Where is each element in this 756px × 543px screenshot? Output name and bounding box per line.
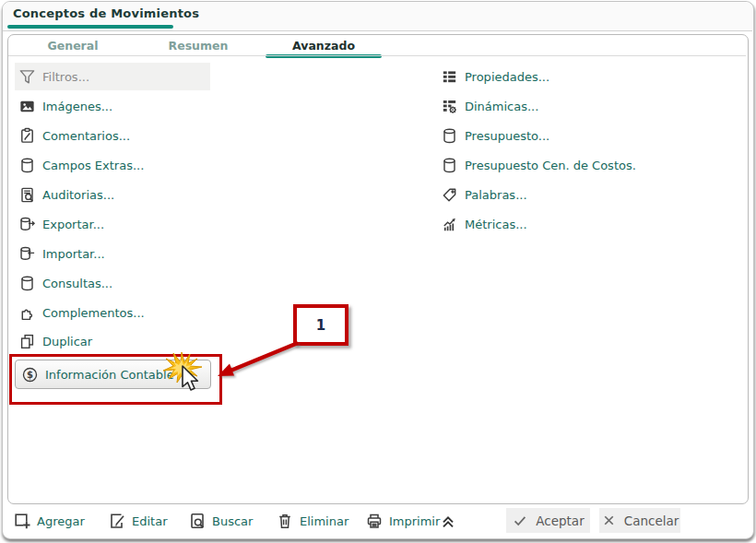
- database-icon: [18, 157, 36, 174]
- toolbar-label: Eliminar: [300, 514, 348, 528]
- toolbar-buscar[interactable]: Buscar: [188, 509, 253, 533]
- tab-avanzado[interactable]: Avanzado: [261, 36, 386, 56]
- menu-item-label: Comentarios...: [42, 129, 130, 143]
- menu-item-label: Dinámicas...: [465, 100, 538, 113]
- menu-item-label: Imágenes...: [42, 100, 112, 113]
- menu-item-dinamicas[interactable]: Dinámicas...: [441, 92, 538, 120]
- menu-item-label: Información Contable: [45, 368, 174, 382]
- tag-icon: [441, 186, 458, 204]
- content-panel: [7, 34, 749, 504]
- toolbar-editar[interactable]: Editar: [108, 509, 168, 533]
- menu-item-filtros[interactable]: Filtros...: [15, 63, 210, 90]
- toolbar-label: Agregar: [37, 514, 85, 528]
- menu-item-label: Presupuesto...: [465, 129, 549, 143]
- menu-item-exportar[interactable]: Exportar...: [18, 210, 104, 238]
- toolbar-label: Buscar: [212, 514, 253, 528]
- grid-icon: [441, 68, 458, 86]
- toolbar-imprimir[interactable]: Imprimir: [365, 509, 440, 533]
- funnel-icon: [18, 68, 36, 86]
- database-icon: [441, 127, 458, 145]
- menu-item-label: Propiedades...: [465, 70, 549, 84]
- edit-icon: [108, 512, 126, 530]
- database-icon: [18, 275, 36, 292]
- tab-bar: General Resumen Avanzado: [10, 36, 386, 56]
- document-search-icon: [18, 186, 36, 204]
- menu-item-duplicar[interactable]: Duplicar: [18, 327, 92, 355]
- menu-item-consultas[interactable]: Consultas...: [18, 269, 112, 297]
- menu-item-label: Duplicar: [42, 335, 92, 348]
- toolbar-eliminar[interactable]: Eliminar: [276, 509, 348, 533]
- menu-item-informacion-contable[interactable]: $ Información Contable: [15, 360, 211, 389]
- database-export-icon: [18, 216, 36, 233]
- add-icon: [13, 512, 31, 530]
- close-icon: [601, 513, 617, 528]
- menu-item-comentarios[interactable]: Comentarios...: [18, 122, 130, 149]
- menu-item-palabras[interactable]: Palabras...: [441, 181, 527, 208]
- button-label: Cancelar: [624, 513, 679, 528]
- menu-item-label: Importar...: [42, 247, 105, 261]
- menu-item-label: Consultas...: [42, 277, 112, 290]
- button-label: Aceptar: [536, 513, 584, 528]
- search-icon: [188, 512, 207, 530]
- menu-item-metricas[interactable]: Métricas...: [441, 210, 527, 238]
- puzzle-icon: [18, 304, 36, 322]
- menu-item-label: Palabras...: [465, 188, 527, 202]
- dollar-circle-icon: $: [21, 366, 39, 384]
- printer-icon: [365, 512, 384, 530]
- check-icon: [512, 513, 528, 529]
- menu-item-imagenes[interactable]: Imágenes...: [18, 92, 112, 120]
- header-divider: [3, 30, 752, 31]
- menu-item-label: Presupuesto Cen. de Costos.: [465, 159, 636, 172]
- toolbar-label: Imprimir: [389, 514, 440, 528]
- menu-item-importar[interactable]: Importar...: [18, 240, 105, 267]
- clipboard-pencil-icon: [18, 127, 36, 145]
- tabs-divider: [8, 55, 746, 56]
- menu-item-presupuesto-cen-costos[interactable]: Presupuesto Cen. de Costos.: [441, 151, 636, 179]
- menu-item-label: Complementos...: [42, 306, 145, 320]
- menu-item-label: Campos Extras...: [42, 159, 144, 172]
- metrics-icon: [441, 216, 458, 233]
- menu-item-campos-extras[interactable]: Campos Extras...: [18, 151, 144, 179]
- trash-icon: [276, 512, 294, 530]
- menu-item-complementos[interactable]: Complementos...: [18, 299, 145, 326]
- database-icon: [441, 157, 458, 174]
- tab-general[interactable]: General: [10, 36, 136, 56]
- grid-gear-icon: [441, 98, 458, 115]
- app-root: Conceptos de Movimientos General Resumen…: [0, 0, 756, 543]
- menu-item-label: Métricas...: [465, 218, 527, 231]
- menu-item-label: Exportar...: [42, 218, 104, 231]
- menu-item-auditorias[interactable]: Auditorias...: [18, 181, 114, 208]
- chevron-double-up-icon: [439, 512, 457, 530]
- menu-item-presupuesto[interactable]: Presupuesto...: [441, 122, 549, 149]
- menu-item-propiedades[interactable]: Propiedades...: [441, 63, 549, 90]
- menu-item-label: Filtros...: [42, 70, 89, 84]
- toolbar-agregar[interactable]: Agregar: [13, 509, 85, 533]
- database-import-icon: [18, 245, 36, 263]
- step-highlight-box: $ Información Contable: [9, 354, 222, 405]
- copy-icon: [18, 333, 36, 350]
- tab-resumen[interactable]: Resumen: [136, 36, 261, 56]
- menu-item-label: Auditorias...: [42, 188, 114, 202]
- cancelar-button[interactable]: Cancelar: [599, 508, 680, 533]
- title-underline: [7, 25, 173, 29]
- window-title: Conceptos de Movimientos: [13, 6, 199, 20]
- toolbar-label: Editar: [132, 514, 168, 528]
- image-icon: [18, 98, 36, 115]
- svg-text:$: $: [27, 370, 33, 380]
- aceptar-button[interactable]: Aceptar: [506, 508, 590, 533]
- callout-step-number: 1: [293, 304, 348, 346]
- toolbar-collapse[interactable]: [439, 509, 457, 533]
